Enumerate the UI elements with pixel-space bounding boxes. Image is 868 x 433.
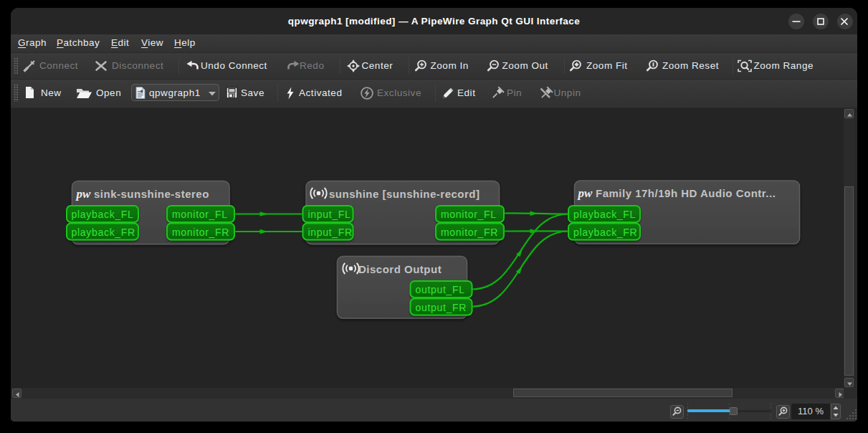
svg-text:monitor_FL: monitor_FL	[441, 209, 497, 220]
svg-text:sink-sunshine-stereo: sink-sunshine-stereo	[94, 188, 209, 200]
svg-text:pw: pw	[577, 186, 593, 200]
svg-text:playback_FR: playback_FR	[72, 227, 135, 238]
svg-text:playback_FR: playback_FR	[573, 227, 637, 238]
svg-text:sunshine [sunshine-record]: sunshine [sunshine-record]	[329, 188, 480, 200]
svg-text:pw: pw	[75, 187, 92, 201]
svg-text:output_FR: output_FR	[416, 302, 467, 313]
svg-text:Discord Output: Discord Output	[358, 263, 442, 275]
svg-text:playback_FL: playback_FL	[72, 209, 134, 220]
svg-text:monitor_FR: monitor_FR	[172, 227, 229, 238]
svg-text:playback_FL: playback_FL	[573, 209, 636, 220]
svg-text:Family 17h/19h HD Audio Contr.: Family 17h/19h HD Audio Contr...	[596, 187, 776, 199]
svg-text:input_FR: input_FR	[308, 227, 353, 238]
svg-text:monitor_FR: monitor_FR	[441, 227, 498, 238]
svg-text:monitor_FL: monitor_FL	[172, 209, 228, 220]
svg-text:output_FL: output_FL	[416, 284, 465, 295]
svg-text:input_FL: input_FL	[308, 209, 351, 220]
